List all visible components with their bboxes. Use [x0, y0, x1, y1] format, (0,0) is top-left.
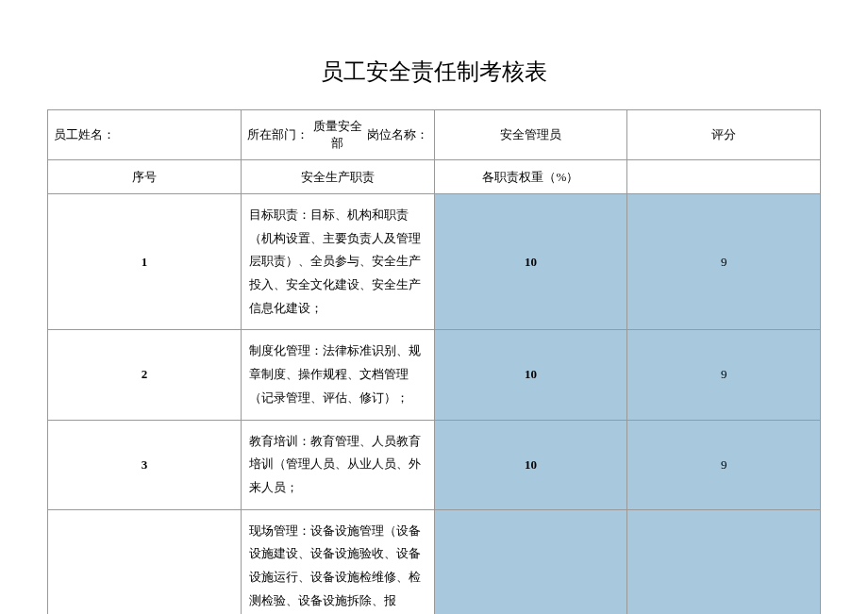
- seq-cell: 4: [48, 509, 242, 614]
- page-title: 员工安全责任制考核表: [47, 57, 821, 87]
- col-weight-header: 各职责权重（%）: [434, 160, 627, 194]
- table-row: 1 目标职责：目标、机构和职责（机构设置、主要负责人及管理层职责）、全员参与、安…: [48, 194, 821, 330]
- table-row: 3 教育培训：教育管理、人员教育培训（管理人员、从业人员、外来人员； 10 9: [48, 420, 821, 509]
- weight-cell: 10: [434, 194, 627, 330]
- score-cell: 9: [627, 194, 821, 330]
- weight-cell: 10: [434, 330, 627, 420]
- duty-cell: 教育培训：教育管理、人员教育培训（管理人员、从业人员、外来人员；: [241, 420, 434, 509]
- weight-cell: 10: [434, 509, 627, 614]
- position-label: 岗位名称：: [367, 126, 428, 143]
- col-score-header: [627, 160, 821, 194]
- seq-cell: 2: [48, 330, 242, 420]
- seq-cell: 1: [48, 194, 242, 330]
- duty-cell: 制度化管理：法律标准识别、规章制度、操作规程、文档管理（记录管理、评估、修订）；: [241, 330, 434, 420]
- table-row: 2 制度化管理：法律标准识别、规章制度、操作规程、文档管理（记录管理、评估、修订…: [48, 330, 821, 420]
- weight-cell: 10: [434, 420, 627, 509]
- assessment-table: 员工姓名： 所在部门： 质量安全部 岗位名称： 安全管理员 评分 序号 安全生产…: [47, 109, 821, 614]
- seq-cell: 3: [48, 420, 242, 509]
- dept-label: 所在部门：: [247, 126, 309, 143]
- col-seq-header: 序号: [48, 160, 242, 194]
- score-cell: 9: [627, 330, 821, 420]
- name-cell: 员工姓名：: [48, 110, 242, 160]
- dept-position-cell: 所在部门： 质量安全部 岗位名称：: [241, 110, 434, 160]
- subheader-row: 序号 安全生产职责 各职责权重（%）: [48, 160, 821, 194]
- score-label-cell: 评分: [627, 110, 821, 160]
- duty-cell: 现场管理：设备设施管理（设备设施建设、设备设施验收、设备设施运行、设备设施检维修…: [241, 509, 434, 614]
- duty-cell: 目标职责：目标、机构和职责（机构设置、主要负责人及管理层职责）、全员参与、安全生…: [241, 194, 434, 330]
- header-row: 员工姓名： 所在部门： 质量安全部 岗位名称： 安全管理员 评分: [48, 110, 821, 160]
- name-label: 员工姓名：: [54, 127, 115, 141]
- dept-value: 质量安全部: [309, 118, 367, 152]
- col-duty-header: 安全生产职责: [241, 160, 434, 194]
- table-body: 1 目标职责：目标、机构和职责（机构设置、主要负责人及管理层职责）、全员参与、安…: [48, 194, 821, 615]
- table-row: 4 现场管理：设备设施管理（设备设施建设、设备设施验收、设备设施运行、设备设施检…: [48, 509, 821, 614]
- score-cell: 9: [627, 420, 821, 509]
- position-value-cell: 安全管理员: [434, 110, 627, 160]
- score-cell: 9: [627, 509, 821, 614]
